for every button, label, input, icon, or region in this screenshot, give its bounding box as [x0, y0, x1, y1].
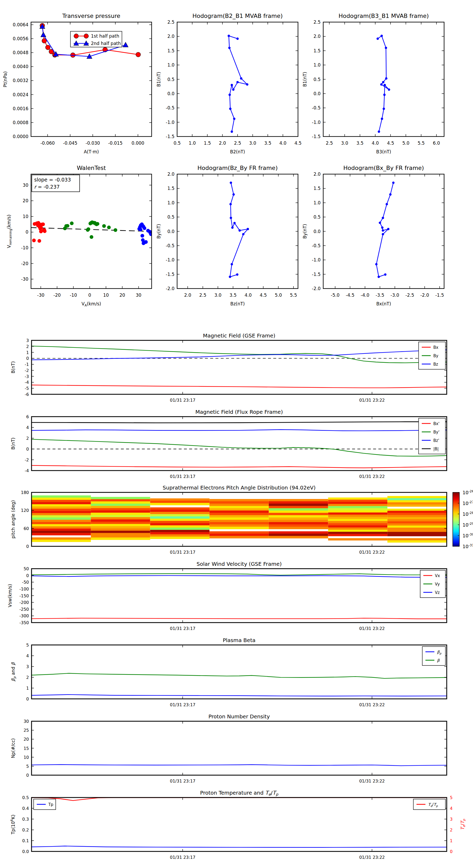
- heatmap-band-c4-9: [269, 520, 328, 522]
- hodogram-bx-by-x-axis-label: Bx(nT): [376, 301, 391, 306]
- x-tick-label: 01/31 23:17: [170, 474, 195, 479]
- mag-fr-legend: Bx'By'Bz'|B|: [418, 418, 445, 454]
- y-tick-label: 0.0000: [13, 134, 28, 139]
- x-tick-label: 4.0: [245, 292, 252, 298]
- y-tick-label: 50: [24, 566, 29, 571]
- proton-temperature-legend: Tp: [34, 799, 56, 810]
- plasma-beta-axes-frame: [32, 645, 447, 699]
- x-tick-label: 01/31 23:17: [170, 626, 195, 631]
- x-tick-label: -2.0: [420, 292, 429, 298]
- heatmap-band-c0-11: [32, 520, 91, 522]
- y-tick-label: 30: [24, 719, 29, 724]
- heatmap-band-c0-10: [32, 517, 91, 520]
- x-tick-label: 01/31 23:22: [359, 626, 385, 631]
- x-tick-label: 01/31 23:22: [359, 474, 385, 479]
- x-tick-label: 3.5: [356, 141, 364, 146]
- y-tick-label: 0.3: [22, 817, 29, 822]
- right-tick-label: 0: [450, 849, 452, 854]
- x-tick-label: 4.0: [279, 141, 286, 146]
- y-tick-label: 2.0: [313, 34, 320, 39]
- mag-gse-series-by: [32, 346, 447, 363]
- proton-temperature-axes-frame: [32, 798, 447, 851]
- colorbar: [453, 492, 459, 546]
- x-tick-label: -20: [53, 292, 61, 298]
- heatmap-band-c4-14: [269, 531, 328, 534]
- heatmap-band-c6-6: [387, 509, 447, 511]
- x-tick-label: 1.5: [204, 141, 211, 146]
- transverse-pressure-legend: 1st half path2nd half path: [70, 31, 122, 47]
- x-tick-label: 4.5: [387, 141, 394, 146]
- heatmap-band-c6-15: [387, 528, 447, 530]
- hodogram-b2-b1-x-axis-label: B2(nT): [230, 149, 245, 154]
- heatmap-band-c6-16: [387, 530, 447, 532]
- x-tick-label: 01/31 23:17: [170, 855, 195, 860]
- x-tick-label: -3.5: [375, 292, 384, 298]
- legend-entry-label: Bz': [433, 438, 439, 443]
- hodogram-bz-by-series-bz-by-path: [229, 182, 249, 278]
- heatmap-band-c1-0: [91, 497, 150, 499]
- heatmap-band-c2-7: [150, 514, 209, 517]
- x-tick-label: -10: [70, 292, 77, 298]
- y-tick-label: 2: [26, 675, 29, 680]
- heatmap-band-c3-9: [209, 520, 269, 522]
- plasma-beta-y-axis-label: βp and β: [10, 662, 16, 681]
- colorbar-tick-label: 10-27: [463, 500, 473, 506]
- y-tick-label: 25: [24, 728, 29, 733]
- multi-panel-plot: -0.060-0.045-0.030-0.0150.0000.00000.000…: [0, 0, 473, 868]
- y-tick-label: -300: [20, 613, 29, 618]
- legend-entry-label: Bz: [433, 362, 438, 367]
- hodogram-b2-b1-y-axis-label: B1(nT): [156, 72, 161, 87]
- heatmap-band-c0-5: [32, 506, 91, 509]
- heatmap-band-c6-20: [387, 538, 447, 540]
- y-tick-label: 0: [26, 573, 29, 578]
- heatmap-band-c0-8: [32, 513, 91, 516]
- heatmap-band-c1-17: [91, 535, 150, 538]
- y-tick-label: 0.5: [167, 214, 174, 220]
- x-tick-label: 6.0: [433, 141, 440, 146]
- heatmap-band-c3-15: [209, 534, 269, 536]
- legend-entry-label: Vy: [435, 582, 440, 587]
- y-tick-label: -1.0: [166, 257, 174, 262]
- heatmap-band-c3-7: [209, 515, 269, 518]
- y-tick-label: 120: [21, 508, 29, 513]
- y-tick-label: -0.5: [312, 243, 320, 248]
- heatmap-band-c5-14: [328, 527, 387, 530]
- mag-fr-plot: 01/31 23:1701/31 23:226420-2-4Magnetic F…: [10, 409, 447, 479]
- y-tick-label: 4: [26, 653, 29, 658]
- y-tick-label: -1.5: [166, 134, 174, 139]
- figure-canvas: -0.060-0.045-0.030-0.0150.0000.00000.000…: [0, 0, 473, 868]
- hodogram-bz-by-data-area: [229, 182, 249, 278]
- heatmap-band-c0-20: [32, 540, 91, 542]
- x-tick-label: 10: [103, 292, 109, 298]
- pitch-angle-distribution-plot: 01/31 23:1701/31 23:22060120180Suprather…: [10, 485, 473, 555]
- heatmap-band-c2-0: [150, 498, 209, 501]
- x-tick-label: -1.5: [435, 292, 444, 298]
- heatmap-band-c5-8: [328, 515, 387, 517]
- mag-fr-series-by-prime: [32, 439, 447, 456]
- y-tick-label: 2.0: [313, 172, 320, 177]
- mag-gse-plot: 01/31 23:1701/31 23:223210-1-2-3-4-5-6Ma…: [10, 333, 447, 403]
- heatmap-band-c2-11: [150, 523, 209, 526]
- heatmap-band-c0-13: [32, 524, 91, 527]
- heatmap-band-c6-11: [387, 519, 447, 522]
- hodogram-b3-b1-y-axis-label: B1(nT): [302, 72, 307, 87]
- heatmap-band-c3-16: [209, 536, 269, 538]
- heatmap-band-c3-4: [209, 508, 269, 510]
- heatmap-band-c6-1: [387, 498, 447, 500]
- y-tick-label: -50: [22, 580, 29, 585]
- plasma-beta-series-beta-p: [32, 695, 447, 696]
- y-tick-label: 30: [23, 183, 28, 188]
- heatmap-band-c4-3: [269, 506, 328, 508]
- y-tick-label: 0.4: [22, 806, 29, 811]
- y-tick-label: -350: [20, 620, 29, 625]
- y-tick-label: 1.0: [313, 200, 320, 206]
- y-tick-label: 20: [23, 198, 28, 203]
- y-tick-label: 0.5: [313, 214, 320, 220]
- y-tick-label: -1: [25, 362, 29, 367]
- mag-fr-series-b-magnitude: [32, 422, 447, 423]
- heatmap-band-c6-18: [387, 534, 447, 536]
- y-tick-label: 0: [26, 446, 29, 452]
- transverse-pressure-y-axis-label: Pt(nPa): [3, 71, 8, 87]
- hodogram-b3-b1-title: Hodogram(B3_B1 MVAB frame): [338, 12, 429, 20]
- heatmap-band-c6-7: [387, 511, 447, 513]
